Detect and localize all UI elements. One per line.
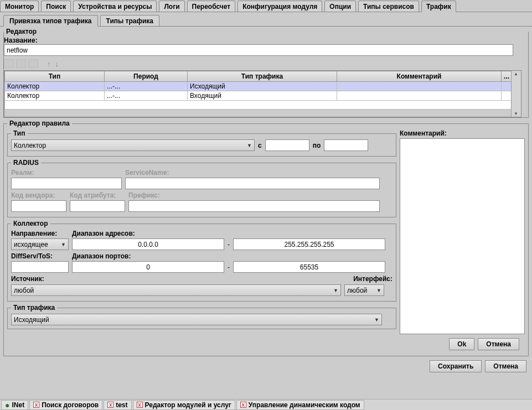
subtab-binding[interactable]: Привязка типов трафика: [3, 15, 98, 27]
tab-label: Опции: [329, 3, 351, 11]
ok-button[interactable]: Ok: [449, 338, 474, 350]
statusbar-tab-search[interactable]: x Поиск договоров: [29, 400, 102, 410]
cell-period: ...-...: [105, 91, 188, 101]
table-fill: [5, 101, 512, 110]
radius-legend: RADIUS: [11, 159, 41, 167]
type-select[interactable]: Коллектор: [11, 139, 255, 151]
tab-label: Монитор: [5, 3, 34, 11]
col-menu[interactable]: ...: [501, 71, 512, 82]
toolbar-btn-3[interactable]: [28, 59, 38, 68]
traffic-type-select[interactable]: Исходящий: [11, 314, 382, 325]
col-period[interactable]: Период: [105, 71, 188, 82]
c-label: с: [258, 142, 262, 149]
tab-config[interactable]: Конфигурация модуля: [237, 1, 322, 12]
tab-label: Конфигурация модуля: [242, 3, 317, 11]
addr-range-label: Диапазон адресов:: [72, 230, 135, 237]
vendor-label: Код вендора:: [11, 191, 66, 199]
cell-period: ...-...: [105, 82, 188, 91]
vendor-input[interactable]: [11, 200, 66, 212]
col-type[interactable]: Тип: [5, 71, 105, 82]
tab-devices[interactable]: Устройства и ресурсы: [73, 1, 157, 12]
tab-options[interactable]: Опции: [324, 1, 356, 12]
cell-traffic: Входящий: [188, 91, 337, 101]
save-button[interactable]: Сохранить: [430, 360, 482, 372]
rule-editor-legend: Редактор правила: [7, 120, 72, 127]
top-tabs: Монитор Поиск Устройства и ресурсы Логи …: [0, 0, 532, 12]
move-down-icon[interactable]: ↓: [54, 60, 60, 68]
subtab-types[interactable]: Типы трафика: [100, 15, 160, 26]
statusbar-label: Управление динамическим кодом: [249, 401, 360, 409]
direction-select[interactable]: исходящее: [11, 238, 69, 250]
attr-label: Код атрибута:: [70, 191, 125, 199]
type-legend: Тип: [11, 129, 28, 137]
tab-recalc[interactable]: Переобсчет: [187, 1, 236, 12]
source-select[interactable]: любой: [11, 284, 341, 296]
tab-search[interactable]: Поиск: [41, 1, 71, 12]
move-up-icon[interactable]: ↑: [46, 60, 52, 68]
close-icon[interactable]: x: [137, 402, 143, 408]
po-input[interactable]: [324, 139, 368, 151]
col-traffic[interactable]: Тип трафика: [188, 71, 337, 82]
close-icon[interactable]: x: [107, 402, 113, 408]
statusbar: ● INet x Поиск договоров x test x Редакт…: [0, 399, 532, 410]
tab-monitor[interactable]: Монитор: [0, 1, 39, 12]
source-label: Источник:: [11, 275, 44, 283]
cell-spacer: [501, 82, 512, 91]
tab-label: Устройства и ресурсы: [78, 3, 152, 11]
tab-label: Поиск: [46, 3, 66, 11]
type-fieldset: Тип Коллектор с по: [7, 129, 396, 157]
statusbar-tab-test[interactable]: x test: [104, 400, 131, 410]
prefix-input[interactable]: [128, 200, 380, 212]
port-to-input[interactable]: [233, 261, 385, 273]
traffic-type-fieldset: Тип трафика Исходящий: [7, 304, 396, 329]
traffic-type-legend: Тип трафика: [11, 304, 57, 312]
comment-textarea[interactable]: [400, 138, 525, 334]
tab-servicetypes[interactable]: Типы сервисов: [358, 1, 419, 12]
diffserv-input[interactable]: [11, 261, 69, 273]
statusbar-label: test: [116, 401, 127, 409]
tab-label: Переобсчет: [192, 3, 231, 11]
addr-to-input[interactable]: [233, 238, 385, 250]
col-comment[interactable]: Комментарий: [337, 71, 502, 82]
cancel-button[interactable]: Отмена: [478, 338, 519, 350]
rules-table: Тип Период Тип трафика Комментарий ... К…: [4, 70, 521, 117]
direction-label: Направление:: [11, 230, 69, 237]
close-icon[interactable]: x: [240, 402, 246, 408]
statusbar-label: INet: [12, 401, 24, 409]
close-icon[interactable]: x: [33, 402, 39, 408]
addr-from-input[interactable]: [72, 238, 224, 250]
tab-label: Трафик: [426, 3, 451, 11]
comment-label: Комментарий:: [400, 129, 525, 137]
cell-type: Коллектор: [5, 91, 105, 101]
c-input[interactable]: [265, 139, 309, 151]
statusbar-tab-dyncode[interactable]: x Управление динамическим кодом: [236, 400, 364, 410]
editor-legend: Редактор: [4, 28, 39, 35]
name-label: Название:: [4, 37, 38, 44]
name-input[interactable]: [4, 44, 513, 56]
tab-label: Типы сервисов: [363, 3, 414, 11]
table-row[interactable]: Коллектор ...-... Входящий: [5, 91, 512, 101]
toolbar-btn-1[interactable]: [4, 59, 14, 68]
tab-traffic[interactable]: Трафик: [421, 1, 456, 12]
statusbar-tab-inet[interactable]: ● INet: [1, 400, 28, 410]
toolbar-btn-2[interactable]: [16, 59, 26, 68]
attr-input[interactable]: [70, 200, 125, 212]
realm-input[interactable]: [11, 178, 122, 189]
cell-comment: [337, 91, 502, 101]
table-row[interactable]: Коллектор ...-... Исходящий: [5, 82, 512, 91]
servicename-input[interactable]: [125, 178, 380, 189]
statusbar-tab-modules[interactable]: x Редактор модулей и услуг: [133, 400, 235, 410]
port-from-input[interactable]: [72, 261, 224, 273]
cell-type: Коллектор: [5, 82, 105, 91]
radius-fieldset: RADIUS Реалм: ServiceName: Код вендора: …: [7, 159, 396, 217]
cancel2-button[interactable]: Отмена: [485, 360, 526, 372]
subtab-label: Привязка типов трафика: [9, 17, 92, 25]
dash-separator: -: [228, 241, 230, 248]
collector-fieldset: Коллектор Направление: Диапазон адресов:…: [7, 220, 396, 302]
table-scrollbar[interactable]: [511, 71, 521, 117]
diffserv-label: DiffServ/ToS:: [11, 252, 69, 260]
iface-label: Интерфейс:: [353, 275, 392, 283]
mini-toolbar: ↑ ↓: [4, 58, 528, 70]
iface-select[interactable]: любой: [344, 284, 384, 296]
tab-logs[interactable]: Логи: [159, 1, 184, 12]
